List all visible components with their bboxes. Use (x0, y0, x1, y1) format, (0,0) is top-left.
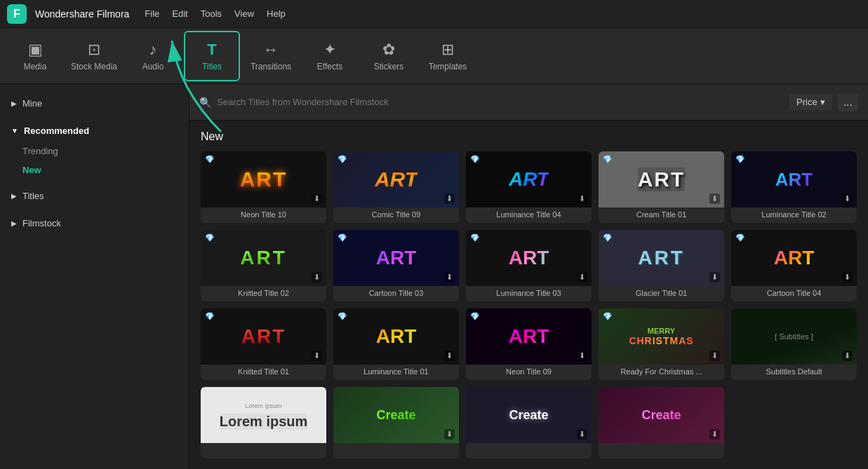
title-card-create-dark[interactable]: Create ⬇ (466, 387, 592, 458)
menu-view[interactable]: View (234, 8, 254, 19)
sidebar-item-filmstock[interactable]: ▶ Filmstock (0, 212, 189, 234)
title-card-glacier01[interactable]: 💎 ART ⬇ Glacier Title 01 (599, 230, 724, 301)
download-icon-subtitles: ⬇ (842, 351, 853, 361)
download-icon-knitted02: ⬇ (312, 272, 322, 283)
thumb-create-green: Create ⬇ (333, 387, 459, 443)
title-label-cream01: Cream Title 01 (599, 208, 724, 223)
toolbar-stickers[interactable]: ✿ Stickers (361, 31, 417, 81)
toolbar: ▣ Media ⊡ Stock Media ♪ Audio T Titles ↔… (0, 28, 868, 84)
thumb-create-pink: Create ⬇ (599, 387, 724, 443)
price-chevron-icon: ▾ (820, 97, 825, 107)
thumb-text-luminance01: ART (376, 325, 417, 348)
title-label-lorem (201, 443, 326, 458)
thumb-luminance01: 💎 ART ⬇ (333, 308, 459, 365)
title-card-cream01[interactable]: 💎 ART ⬇ Cream Title 01 (599, 151, 724, 223)
title-card-create-green[interactable]: Create ⬇ (333, 387, 459, 458)
title-card-luminance02[interactable]: 💎 ART ⬇ Luminance Title 02 (731, 151, 857, 223)
title-card-luminance04[interactable]: 💎 ART ⬇ Luminance Title 04 (466, 151, 592, 223)
thumb-text-luminance04: ART (509, 168, 549, 191)
title-card-knitted01[interactable]: 💎 ART ⬇ Knitted Title 01 (201, 308, 326, 380)
lorem-subtitle: Lorem ipsum (242, 401, 284, 411)
templates-label: Templates (429, 62, 467, 72)
thumb-text-cartoon04: ART (774, 247, 815, 269)
audio-icon: ♪ (149, 41, 157, 59)
premium-gem-icon: 💎 (603, 233, 613, 243)
download-icon-create-pink: ⬇ (709, 429, 720, 440)
title-card-create-pink[interactable]: Create ⬇ (599, 387, 724, 458)
thumb-luminance04: 💎 ART ⬇ (466, 151, 592, 208)
thumb-text-knitted02: ART (240, 247, 287, 269)
thumb-lorem: Lorem ipsum Lorem ipsum (201, 387, 326, 443)
title-label-glacier01: Glacier Title 01 (599, 286, 724, 301)
thumb-knitted01: 💎 ART ⬇ (201, 308, 326, 365)
sidebar-item-mine[interactable]: ▶ Mine (0, 93, 189, 114)
title-card-lorem[interactable]: Lorem ipsum Lorem ipsum (201, 387, 326, 458)
christmas-merry: MERRY (629, 327, 693, 335)
thumb-create-dark: Create ⬇ (466, 387, 592, 443)
sidebar-item-trending[interactable]: Trending (0, 142, 189, 161)
title-card-cartoon04[interactable]: 💎 ART ⬇ Cartoon Title 04 (731, 230, 857, 301)
title-label-luminance04: Luminance Title 04 (466, 208, 592, 223)
title-card-neon09[interactable]: 💎 ART ⬇ Neon Title 09 (466, 308, 592, 380)
menu-edit[interactable]: Edit (172, 8, 187, 19)
title-label-create-pink (599, 443, 724, 458)
title-card-comic09[interactable]: 💎 ART ⬇ Comic Title 09 (333, 151, 459, 223)
premium-gem-icon: 💎 (205, 233, 215, 243)
audio-label: Audio (142, 62, 164, 72)
title-label-create-green (333, 443, 459, 458)
title-card-christmas[interactable]: 💎 MERRY CHRISTMAS ⬇ Ready For Christmas … (599, 308, 724, 380)
title-label-subtitles: Subtitles Default (731, 365, 857, 380)
toolbar-titles[interactable]: T Titles (184, 31, 240, 81)
toolbar-stock-media[interactable]: ⊡ Stock Media (66, 31, 122, 81)
title-card-knitted02[interactable]: 💎 ART ⬇ Knitted Title 02 (201, 230, 326, 301)
toolbar-audio[interactable]: ♪ Audio (125, 31, 181, 81)
titles-icon: T (207, 41, 216, 59)
thumb-text-neon10: ART (240, 168, 288, 191)
sidebar-item-new[interactable]: New (0, 161, 189, 179)
effects-icon: ✦ (323, 41, 336, 59)
subtitles-placeholder: [ Subtitles ] (775, 332, 813, 341)
thumb-text-glacier01: ART (638, 247, 685, 269)
trending-label: Trending (22, 146, 58, 156)
thumb-cream01: 💎 ART ⬇ (599, 151, 724, 208)
toolbar-media[interactable]: ▣ Media (7, 31, 63, 81)
sidebar-section-recommended: ▼ Recommended Trending New (0, 117, 189, 182)
menu-file[interactable]: File (145, 8, 159, 19)
sidebar-item-titles[interactable]: ▶ Titles (0, 185, 189, 207)
title-card-subtitles[interactable]: [ Subtitles ] ⬇ Subtitles Default (731, 308, 857, 380)
titles-grid-row4: Lorem ipsum Lorem ipsum Create ⬇ (201, 387, 857, 458)
title-card-luminance01[interactable]: 💎 ART ⬇ Luminance Title 01 (333, 308, 459, 380)
download-icon-luminance01: ⬇ (444, 351, 455, 361)
download-icon-create-dark: ⬇ (577, 429, 587, 440)
title-card-luminance03[interactable]: 💎 ART ⬇ Luminance Title 03 (466, 230, 592, 301)
sidebar-item-recommended[interactable]: ▼ Recommended (0, 120, 189, 142)
thumb-cartoon04: 💎 ART ⬇ (731, 230, 857, 286)
thumb-cartoon03: 💎 ART ⬇ (333, 230, 459, 286)
download-icon-christmas: ⬇ (709, 351, 720, 361)
price-label: Price (796, 97, 817, 107)
toolbar-effects[interactable]: ✦ Effects (302, 31, 358, 81)
more-icon: ... (843, 96, 853, 108)
content-grid-area: New 💎 ART ⬇ Neon Title 10 💎 ART (189, 121, 868, 469)
download-icon-luminance04: ⬇ (577, 193, 587, 204)
title-card-cartoon03[interactable]: 💎 ART ⬇ Cartoon Title 03 (333, 230, 459, 301)
app-name: Wondershare Filmora (35, 8, 129, 20)
titles-label: Titles (202, 62, 222, 72)
premium-gem-icon: 💎 (338, 233, 347, 243)
download-icon-luminance03: ⬇ (577, 272, 587, 283)
download-icon-knitted01: ⬇ (312, 351, 322, 361)
price-filter-button[interactable]: Price ▾ (789, 94, 832, 110)
premium-gem-icon: 💎 (338, 312, 347, 321)
premium-gem-icon: 💎 (603, 155, 613, 164)
templates-icon: ⊞ (441, 41, 454, 59)
thumb-text-create-dark: Create (509, 408, 548, 423)
title-label-christmas: Ready For Christmas ... (599, 365, 724, 380)
toolbar-transitions[interactable]: ↔ Transitions (243, 31, 299, 81)
menu-tools[interactable]: Tools (201, 8, 222, 19)
title-card-neon10[interactable]: 💎 ART ⬇ Neon Title 10 (201, 151, 326, 223)
more-options-button[interactable]: ... (838, 93, 858, 111)
content-area-wrapper: 🔍 Price ▾ ... New 💎 ART (189, 84, 868, 469)
menu-help[interactable]: Help (267, 8, 286, 19)
search-input[interactable] (217, 97, 784, 107)
toolbar-templates[interactable]: ⊞ Templates (420, 31, 476, 81)
